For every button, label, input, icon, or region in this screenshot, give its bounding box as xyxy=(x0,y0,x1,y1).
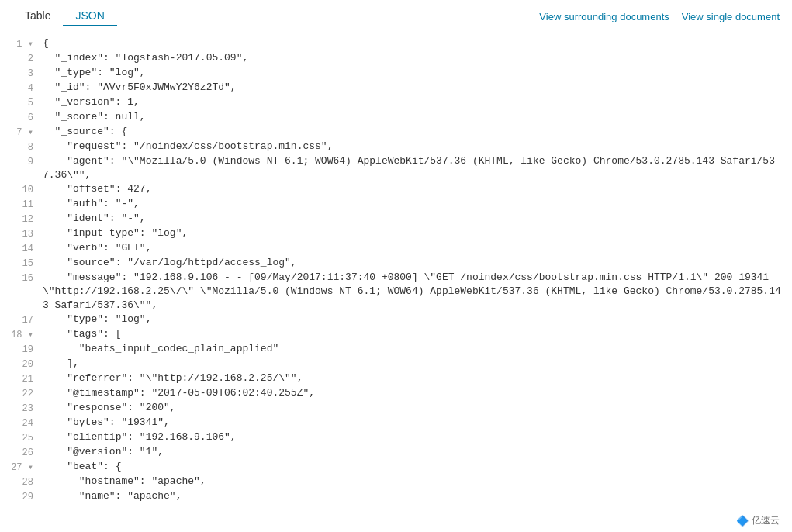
line-content: "tags": [ xyxy=(43,327,786,341)
line-8: 8 "request": "/noindex/css/bootstrap.min… xyxy=(0,140,792,154)
line-content: "type": "log", xyxy=(43,313,786,326)
line-4: 4 "_id": "AVvr5F0xJWMwY2Y6z2Td", xyxy=(0,81,792,95)
line-29: 29 "name": "apache", xyxy=(0,489,792,503)
line-number: 19 xyxy=(6,342,33,357)
line-number: 1 ▾ xyxy=(6,36,33,51)
line-number: 9 xyxy=(6,154,33,169)
line-content: "_source": { xyxy=(43,125,786,139)
line-number: 23 xyxy=(6,401,33,416)
json-viewer: 1 ▾{2 "_index": "logstash-2017.05.09",3 … xyxy=(0,33,792,503)
line-content: "ident": "-", xyxy=(43,212,786,226)
line-18: 18 ▾ "tags": [ xyxy=(0,327,792,342)
line-content: "referrer": "\"http://192.168.2.25/\"", xyxy=(43,371,786,385)
line-number: 5 xyxy=(6,95,33,110)
line-12: 12 "ident": "-", xyxy=(0,212,792,226)
line-21: 21 "referrer": "\"http://192.168.2.25/\"… xyxy=(0,371,792,386)
line-content: "@version": "1", xyxy=(43,445,786,459)
line-number: 29 xyxy=(6,489,33,503)
line-content: "verb": "GET", xyxy=(43,241,786,255)
line-7: 7 ▾ "_source": { xyxy=(0,125,792,140)
line-content: "_version": 1, xyxy=(43,95,786,109)
line-20: 20 ], xyxy=(0,357,792,371)
line-number: 26 xyxy=(6,445,33,460)
line-number: 27 ▾ xyxy=(6,460,33,475)
line-1: 1 ▾{ xyxy=(0,36,792,51)
line-10: 10 "offset": 427, xyxy=(0,182,792,197)
line-content: "_score": null, xyxy=(43,110,786,124)
line-content: "input_type": "log", xyxy=(43,226,786,240)
line-27: 27 ▾ "beat": { xyxy=(0,460,792,475)
line-number: 20 xyxy=(6,357,33,371)
line-number: 17 xyxy=(6,313,33,327)
line-24: 24 "bytes": "19341", xyxy=(0,416,792,430)
brand-name: 亿速云 xyxy=(752,514,780,527)
line-17: 17 "type": "log", xyxy=(0,313,792,327)
line-content: "beat": { xyxy=(43,460,786,474)
tab-group: Table JSON xyxy=(12,6,117,26)
line-16: 16 "message": "192.168.9.106 - - [09/May… xyxy=(0,271,792,313)
line-number: 24 xyxy=(6,416,33,430)
line-2: 2 "_index": "logstash-2017.05.09", xyxy=(0,51,792,66)
line-15: 15 "source": "/var/log/httpd/access_log"… xyxy=(0,256,792,271)
line-number: 10 xyxy=(6,182,33,197)
line-26: 26 "@version": "1", xyxy=(0,445,792,460)
line-number: 4 xyxy=(6,81,33,95)
line-content: "bytes": "19341", xyxy=(43,416,786,430)
line-13: 13 "input_type": "log", xyxy=(0,226,792,241)
line-25: 25 "clientip": "192.168.9.106", xyxy=(0,430,792,445)
line-content: "clientip": "192.168.9.106", xyxy=(43,430,786,444)
line-3: 3 "_type": "log", xyxy=(0,66,792,81)
line-9: 9 "agent": "\"Mozilla/5.0 (Windows NT 6.… xyxy=(0,154,792,182)
line-content: "agent": "\"Mozilla/5.0 (Windows NT 6.1;… xyxy=(43,154,786,182)
line-content: "response": "200", xyxy=(43,401,786,415)
line-number: 28 xyxy=(6,475,33,489)
line-content: "_type": "log", xyxy=(43,66,786,80)
line-number: 16 xyxy=(6,271,33,285)
header-links: View surrounding documents View single d… xyxy=(539,11,780,22)
line-number: 7 ▾ xyxy=(6,125,33,140)
line-content: "_id": "AVvr5F0xJWMwY2Y6z2Td", xyxy=(43,81,786,95)
line-14: 14 "verb": "GET", xyxy=(0,241,792,256)
line-content: "request": "/noindex/css/bootstrap.min.c… xyxy=(43,140,786,154)
line-content: { xyxy=(43,36,786,50)
line-number: 12 xyxy=(6,212,33,226)
line-number: 11 xyxy=(6,197,33,212)
line-number: 25 xyxy=(6,430,33,445)
line-number: 6 xyxy=(6,110,33,125)
line-number: 14 xyxy=(6,241,33,256)
line-content: "hostname": "apache", xyxy=(43,475,786,489)
view-surrounding-link[interactable]: View surrounding documents xyxy=(539,11,669,22)
header: Table JSON View surrounding documents Vi… xyxy=(0,0,792,33)
line-22: 22 "@timestamp": "2017-05-09T06:02:40.25… xyxy=(0,386,792,401)
line-content: "name": "apache", xyxy=(43,489,786,503)
line-11: 11 "auth": "-", xyxy=(0,197,792,212)
line-6: 6 "_score": null, xyxy=(0,110,792,125)
line-content: "@timestamp": "2017-05-09T06:02:40.255Z"… xyxy=(43,386,786,400)
line-content: "offset": 427, xyxy=(43,182,786,196)
line-number: 15 xyxy=(6,256,33,271)
line-content: "source": "/var/log/httpd/access_log", xyxy=(43,256,786,270)
line-content: "_index": "logstash-2017.05.09", xyxy=(43,51,786,65)
line-content: "beats_input_codec_plain_applied" xyxy=(43,342,786,356)
line-content: "auth": "-", xyxy=(43,197,786,211)
line-number: 2 xyxy=(6,51,33,66)
line-number: 18 ▾ xyxy=(6,327,33,342)
tab-table[interactable]: Table xyxy=(12,6,63,26)
line-content: ], xyxy=(43,357,786,371)
footer: 🔷 亿速云 xyxy=(724,510,792,532)
view-single-link[interactable]: View single document xyxy=(682,11,780,22)
line-content: "message": "192.168.9.106 - - [09/May/20… xyxy=(43,271,786,313)
line-number: 3 xyxy=(6,66,33,81)
line-number: 21 xyxy=(6,371,33,386)
line-number: 8 xyxy=(6,140,33,154)
line-number: 13 xyxy=(6,226,33,241)
line-5: 5 "_version": 1, xyxy=(0,95,792,110)
line-28: 28 "hostname": "apache", xyxy=(0,475,792,489)
line-number: 22 xyxy=(6,386,33,401)
line-19: 19 "beats_input_codec_plain_applied" xyxy=(0,342,792,357)
tab-json[interactable]: JSON xyxy=(63,6,116,26)
logo-icon: 🔷 xyxy=(736,515,749,527)
line-23: 23 "response": "200", xyxy=(0,401,792,416)
